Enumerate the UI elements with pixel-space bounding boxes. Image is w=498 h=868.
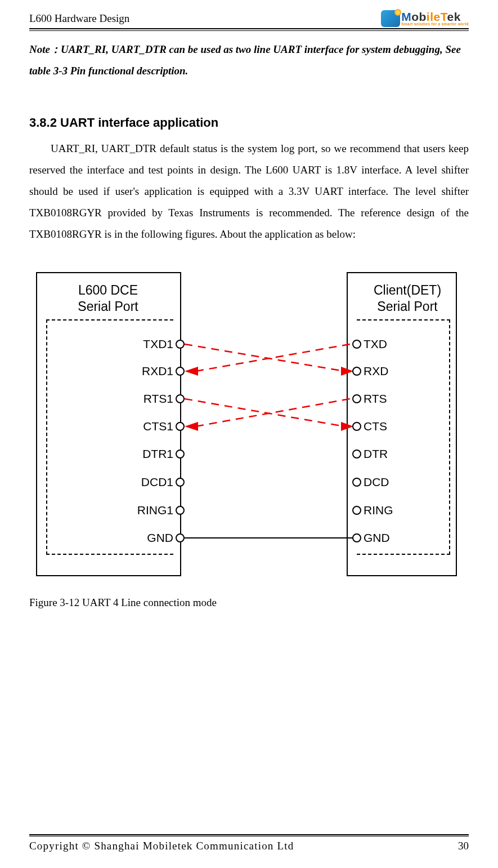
logo-icon xyxy=(381,10,400,27)
left-pin-dtr1: DTR1 xyxy=(97,447,185,461)
left-pin-rxd1: RXD1 xyxy=(97,364,185,378)
right-pin-label: RING xyxy=(364,504,393,517)
left-pin-cts1: CTS1 xyxy=(97,420,185,433)
pin-circle-icon xyxy=(176,422,185,431)
right-pin-label: RTS xyxy=(364,392,387,406)
left-pin-ring1: RING1 xyxy=(97,504,185,517)
logo-text: MobileTek Smart solution for a smarter w… xyxy=(401,11,469,26)
pin-circle-icon xyxy=(176,478,185,487)
right-pin-dtr: DTR xyxy=(352,447,440,461)
right-pin-cts: CTS xyxy=(352,420,440,433)
page-header: L600 Hardware Design MobileTek Smart sol… xyxy=(29,0,469,29)
pin-circle-icon xyxy=(352,394,361,403)
left-pin-label: DCD1 xyxy=(141,475,173,489)
wire-rts1-cts xyxy=(185,399,344,426)
left-pin-label: RXD1 xyxy=(142,364,173,378)
logo-part-m: M xyxy=(401,10,411,23)
header-rule xyxy=(29,30,469,31)
pin-circle-icon xyxy=(352,367,361,376)
left-pin-label: RTS1 xyxy=(143,392,173,406)
left-pin-dcd1: DCD1 xyxy=(97,475,185,489)
right-port-title: Client(DET) Serial Port xyxy=(360,282,455,315)
pin-circle-icon xyxy=(176,449,185,459)
pin-circle-icon xyxy=(176,533,185,542)
section-body-text: UART_RI, UART_DTR default status is the … xyxy=(29,143,469,240)
wire-txd1-rxd xyxy=(185,344,344,371)
left-port-title-1: L600 DCE xyxy=(52,282,164,299)
left-pin-rts1: RTS1 xyxy=(97,392,185,406)
note-text: Note：UART_RI, UART_DTR can be used as tw… xyxy=(29,39,469,82)
section-heading: 3.8.2 UART interface application xyxy=(29,115,469,130)
pin-circle-icon xyxy=(176,394,185,403)
right-pin-label: CTS xyxy=(364,420,387,433)
left-pin-label: GND xyxy=(147,531,173,545)
logo-name: MobileTek xyxy=(401,11,469,23)
logo-tagline: Smart solution for a smarter world xyxy=(401,23,469,26)
pin-circle-icon xyxy=(352,449,361,459)
left-port-title: L600 DCE Serial Port xyxy=(52,282,164,315)
copyright-text: Copyright © Shanghai Mobiletek Communica… xyxy=(29,840,294,852)
pin-circle-icon xyxy=(352,340,361,349)
left-port-title-2: Serial Port xyxy=(52,299,164,315)
right-pin-txd: TXD xyxy=(352,337,440,351)
footer-line: Copyright © Shanghai Mobiletek Communica… xyxy=(29,840,469,852)
wire-rxd1-txd xyxy=(196,344,350,371)
footer-rule-thick xyxy=(29,834,469,835)
pin-circle-icon xyxy=(176,506,185,515)
pin-circle-icon xyxy=(176,367,185,376)
right-pin-label: TXD xyxy=(364,337,387,351)
logo-part-t: ileT xyxy=(427,10,447,23)
arrow-cts1 xyxy=(185,422,198,431)
pin-circle-icon xyxy=(352,422,361,431)
left-pin-label: TXD1 xyxy=(143,337,173,351)
footer-rule-thin xyxy=(29,836,469,836)
logo: MobileTek Smart solution for a smarter w… xyxy=(381,10,469,27)
right-pin-label: DCD xyxy=(364,475,389,489)
left-pin-label: CTS1 xyxy=(143,420,173,433)
pin-circle-icon xyxy=(352,478,361,487)
doc-title: L600 Hardware Design xyxy=(29,12,129,25)
right-pin-dcd: DCD xyxy=(352,475,440,489)
pin-circle-icon xyxy=(352,533,361,542)
arrow-rxd1 xyxy=(185,367,198,376)
uart-figure: L600 DCE Serial Port Client(DET) Serial … xyxy=(29,265,457,581)
right-pin-rts: RTS xyxy=(352,392,440,406)
right-pin-label: RXD xyxy=(364,364,388,378)
wire-cts1-rts xyxy=(196,399,350,426)
pin-circle-icon xyxy=(176,340,185,349)
logo-part-ob: ob xyxy=(411,10,427,23)
left-dashed xyxy=(46,319,173,555)
left-pin-label: DTR1 xyxy=(142,447,173,461)
right-pin-ring: RING xyxy=(352,504,440,517)
page-number: 30 xyxy=(458,840,469,852)
right-port-title-2: Serial Port xyxy=(360,299,455,315)
right-pin-label: GND xyxy=(364,531,390,545)
page-footer: Copyright © Shanghai Mobiletek Communica… xyxy=(29,834,469,852)
right-dashed xyxy=(357,319,450,555)
right-pin-label: DTR xyxy=(364,447,388,461)
right-port-title-1: Client(DET) xyxy=(360,282,455,299)
section-body: UART_RI, UART_DTR default status is the … xyxy=(29,138,469,245)
left-pin-txd1: TXD1 xyxy=(97,337,185,351)
pin-circle-icon xyxy=(352,506,361,515)
left-pin-gnd: GND xyxy=(97,531,185,545)
right-pin-rxd: RXD xyxy=(352,364,440,378)
left-pin-label: RING1 xyxy=(137,504,173,517)
logo-part-ek: ek xyxy=(447,10,460,23)
figure-caption: Figure 3-12 UART 4 Line connection mode xyxy=(29,597,469,609)
right-pin-gnd: GND xyxy=(352,531,440,545)
